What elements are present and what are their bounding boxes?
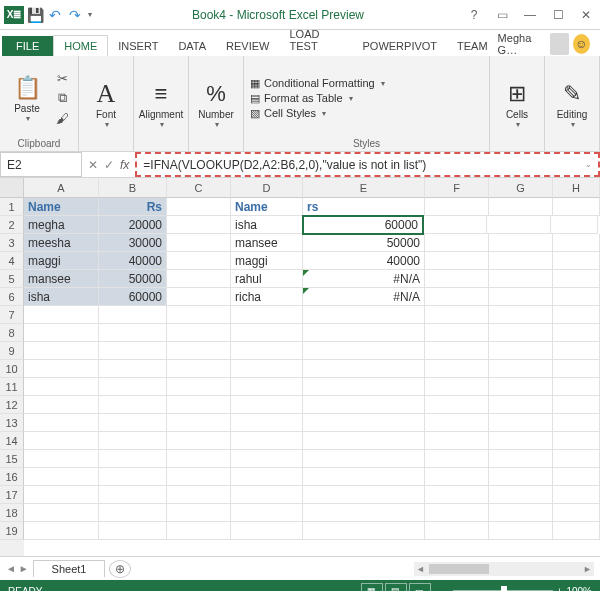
cell-A8[interactable]	[24, 324, 99, 342]
cell-E11[interactable]	[303, 378, 425, 396]
add-sheet-button[interactable]: ⊕	[109, 560, 131, 578]
cell-A13[interactable]	[24, 414, 99, 432]
cell-A4[interactable]: maggi	[24, 252, 99, 270]
normal-view-icon[interactable]: ▦	[361, 583, 383, 591]
cell-F2[interactable]	[423, 216, 487, 234]
cell-F18[interactable]	[425, 504, 489, 522]
row-header[interactable]: 4	[0, 252, 24, 270]
cell-G11[interactable]	[489, 378, 553, 396]
cell-A15[interactable]	[24, 450, 99, 468]
col-header-F[interactable]: F	[425, 178, 489, 198]
expand-formula-icon[interactable]: ⌄	[585, 160, 592, 169]
cell-H19[interactable]	[553, 522, 600, 540]
row-header[interactable]: 6	[0, 288, 24, 306]
cell-C2[interactable]	[167, 216, 231, 234]
cell-styles-button[interactable]: ▧Cell Styles▾	[250, 107, 385, 120]
row-header[interactable]: 12	[0, 396, 24, 414]
cell-D5[interactable]: rahul	[231, 270, 303, 288]
cell-G10[interactable]	[489, 360, 553, 378]
cell-B8[interactable]	[99, 324, 167, 342]
row-header[interactable]: 14	[0, 432, 24, 450]
row-header[interactable]: 11	[0, 378, 24, 396]
cell-B11[interactable]	[99, 378, 167, 396]
cell-F13[interactable]	[425, 414, 489, 432]
cell-B19[interactable]	[99, 522, 167, 540]
tab-team[interactable]: TEAM	[447, 36, 498, 56]
cell-C13[interactable]	[167, 414, 231, 432]
tab-powerpivot[interactable]: POWERPIVOT	[352, 36, 447, 56]
cell-D15[interactable]	[231, 450, 303, 468]
tab-insert[interactable]: INSERT	[108, 36, 168, 56]
row-header[interactable]: 5	[0, 270, 24, 288]
cell-F1[interactable]	[425, 198, 489, 216]
cell-H14[interactable]	[553, 432, 600, 450]
cell-F15[interactable]	[425, 450, 489, 468]
cell-G7[interactable]	[489, 306, 553, 324]
row-header[interactable]: 16	[0, 468, 24, 486]
cell-C5[interactable]	[167, 270, 231, 288]
cell-H10[interactable]	[553, 360, 600, 378]
ribbon-options-icon[interactable]: ▭	[492, 5, 512, 25]
tab-file[interactable]: FILE	[2, 36, 53, 56]
cell-F3[interactable]	[425, 234, 489, 252]
cell-E13[interactable]	[303, 414, 425, 432]
formula-bar[interactable]: =IFNA(VLOOKUP(D2,A2:B6,2,0),"value is no…	[135, 152, 600, 177]
enter-icon[interactable]: ✓	[104, 158, 114, 172]
font-button[interactable]: A Font ▾	[85, 71, 127, 137]
cell-D12[interactable]	[231, 396, 303, 414]
cell-D3[interactable]: mansee	[231, 234, 303, 252]
cell-B5[interactable]: 50000	[99, 270, 167, 288]
cell-E1[interactable]: rs	[303, 198, 425, 216]
cell-C9[interactable]	[167, 342, 231, 360]
pagebreak-view-icon[interactable]: ▭	[409, 583, 431, 591]
cell-B14[interactable]	[99, 432, 167, 450]
cell-F4[interactable]	[425, 252, 489, 270]
cell-C14[interactable]	[167, 432, 231, 450]
zoom-out-icon[interactable]: −	[443, 586, 449, 592]
cell-D16[interactable]	[231, 468, 303, 486]
cell-H7[interactable]	[553, 306, 600, 324]
cell-B12[interactable]	[99, 396, 167, 414]
sheet-tab-active[interactable]: Sheet1	[33, 560, 106, 577]
cell-A9[interactable]	[24, 342, 99, 360]
conditional-formatting-button[interactable]: ▦Conditional Formatting▾	[250, 77, 385, 90]
cell-A6[interactable]: isha	[24, 288, 99, 306]
editing-button[interactable]: ✎ Editing ▾	[551, 71, 593, 137]
cell-D19[interactable]	[231, 522, 303, 540]
cell-D9[interactable]	[231, 342, 303, 360]
row-header[interactable]: 7	[0, 306, 24, 324]
cell-F14[interactable]	[425, 432, 489, 450]
cell-B16[interactable]	[99, 468, 167, 486]
close-icon[interactable]: ✕	[576, 5, 596, 25]
row-header[interactable]: 8	[0, 324, 24, 342]
cell-G9[interactable]	[489, 342, 553, 360]
cell-A12[interactable]	[24, 396, 99, 414]
cell-B9[interactable]	[99, 342, 167, 360]
paste-button[interactable]: 📋 Paste ▾	[6, 65, 48, 131]
avatar[interactable]	[550, 33, 569, 55]
cell-D2[interactable]: isha	[231, 216, 303, 234]
cell-G14[interactable]	[489, 432, 553, 450]
feedback-smiley-icon[interactable]: ☺	[573, 34, 590, 54]
cell-F11[interactable]	[425, 378, 489, 396]
cell-E6[interactable]: #N/A	[303, 288, 425, 306]
cell-H17[interactable]	[553, 486, 600, 504]
row-header[interactable]: 18	[0, 504, 24, 522]
tab-home[interactable]: HOME	[53, 35, 108, 56]
cell-B1[interactable]: Rs	[99, 198, 167, 216]
cancel-icon[interactable]: ✕	[88, 158, 98, 172]
cell-F8[interactable]	[425, 324, 489, 342]
maximize-icon[interactable]: ☐	[548, 5, 568, 25]
zoom-level[interactable]: 100%	[566, 586, 592, 592]
cell-G1[interactable]	[489, 198, 553, 216]
cell-E14[interactable]	[303, 432, 425, 450]
cell-A7[interactable]	[24, 306, 99, 324]
cell-H1[interactable]	[553, 198, 600, 216]
cell-B6[interactable]: 60000	[99, 288, 167, 306]
cell-E3[interactable]: 50000	[303, 234, 425, 252]
cell-G16[interactable]	[489, 468, 553, 486]
cell-A10[interactable]	[24, 360, 99, 378]
row-header[interactable]: 1	[0, 198, 24, 216]
zoom-in-icon[interactable]: +	[557, 586, 563, 592]
cell-H11[interactable]	[553, 378, 600, 396]
